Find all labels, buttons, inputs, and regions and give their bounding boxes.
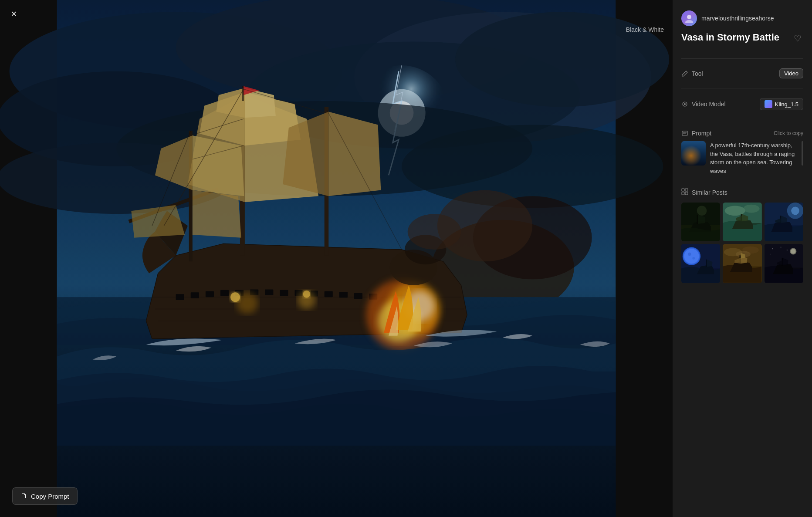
tool-value-badge: Video bbox=[779, 68, 803, 78]
svg-point-55 bbox=[685, 20, 693, 23]
svg-point-100 bbox=[786, 250, 787, 251]
video-model-label: Video Model bbox=[681, 101, 726, 108]
svg-point-85 bbox=[688, 253, 691, 256]
svg-point-98 bbox=[772, 249, 773, 250]
scene-container bbox=[0, 0, 673, 517]
similar-post-5[interactable] bbox=[723, 244, 761, 283]
svg-rect-53 bbox=[57, 0, 616, 517]
like-button[interactable]: ♡ bbox=[792, 32, 803, 44]
bw-label: Black & White bbox=[626, 26, 664, 33]
svg-rect-87 bbox=[706, 260, 707, 267]
heart-icon: ♡ bbox=[794, 34, 802, 43]
svg-point-68 bbox=[697, 206, 707, 216]
prompt-icon bbox=[681, 130, 688, 137]
prompt-section: Prompt Click to copy A powerful 17th-cen… bbox=[681, 125, 803, 179]
avatar bbox=[681, 10, 697, 26]
svg-point-101 bbox=[770, 254, 771, 255]
svg-rect-62 bbox=[685, 189, 688, 191]
model-logo-icon bbox=[765, 100, 772, 108]
modal-container: Black & White 🗋 Copy Prompt marvelousthr… bbox=[0, 0, 812, 517]
svg-point-54 bbox=[687, 15, 691, 19]
svg-point-97 bbox=[791, 249, 795, 254]
svg-rect-64 bbox=[685, 192, 688, 195]
similar-icon bbox=[681, 188, 688, 196]
svg-point-84 bbox=[684, 249, 699, 264]
video-model-row: Video Model Kling_1.5 bbox=[681, 94, 803, 115]
prompt-text: A powerful 17th-century warship, the Vas… bbox=[710, 141, 797, 175]
tool-row: Tool Video bbox=[681, 64, 803, 83]
prompt-thumb-inner bbox=[681, 141, 706, 166]
scroll-indicator bbox=[802, 141, 803, 166]
image-area: Black & White 🗋 Copy Prompt bbox=[0, 0, 673, 517]
clipboard-icon: 🗋 bbox=[20, 492, 27, 500]
user-row: marvelousthrillingseahorse bbox=[681, 10, 803, 26]
ship-scene-svg bbox=[0, 0, 673, 517]
tool-label: Tool bbox=[681, 70, 703, 77]
svg-rect-69 bbox=[697, 215, 698, 224]
pencil-icon bbox=[681, 70, 688, 77]
svg-point-78 bbox=[791, 206, 799, 215]
svg-point-99 bbox=[780, 247, 781, 248]
svg-rect-61 bbox=[682, 189, 684, 191]
similar-post-2[interactable] bbox=[723, 203, 761, 241]
similar-post-3[interactable] bbox=[765, 203, 803, 241]
prompt-thumbnail bbox=[681, 141, 706, 166]
similar-post-4[interactable] bbox=[681, 244, 720, 283]
prompt-content: A powerful 17th-century warship, the Vas… bbox=[681, 141, 803, 175]
title-row: Vasa in Stormy Battle ♡ bbox=[681, 31, 803, 44]
sidebar: marvelousthrillingseahorse Vasa in Storm… bbox=[673, 0, 812, 517]
video-model-value-badge: Kling_1.5 bbox=[760, 98, 803, 110]
svg-point-86 bbox=[692, 257, 695, 260]
username: marvelousthrillingseahorse bbox=[701, 15, 774, 22]
post-title: Vasa in Stormy Battle bbox=[681, 31, 792, 44]
svg-rect-58 bbox=[682, 131, 687, 135]
similar-section: Similar Posts bbox=[681, 188, 803, 283]
video-model-icon bbox=[681, 101, 688, 108]
similar-posts-grid bbox=[681, 203, 803, 283]
svg-point-73 bbox=[743, 205, 760, 213]
prompt-header: Prompt Click to copy bbox=[681, 130, 803, 137]
click-to-copy[interactable]: Click to copy bbox=[774, 130, 803, 136]
svg-rect-63 bbox=[682, 192, 684, 195]
avatar-icon bbox=[684, 14, 694, 23]
close-button[interactable]: × bbox=[7, 7, 21, 21]
divider-1 bbox=[681, 58, 803, 59]
svg-point-57 bbox=[684, 103, 686, 105]
similar-post-6[interactable] bbox=[765, 244, 803, 283]
divider-2 bbox=[681, 88, 803, 88]
similar-post-1[interactable] bbox=[681, 203, 720, 241]
prompt-label: Prompt bbox=[681, 130, 711, 137]
similar-header: Similar Posts bbox=[681, 188, 803, 196]
overlay: × bbox=[0, 0, 812, 517]
copy-prompt-button[interactable]: 🗋 Copy Prompt bbox=[12, 487, 78, 505]
divider-3 bbox=[681, 120, 803, 120]
